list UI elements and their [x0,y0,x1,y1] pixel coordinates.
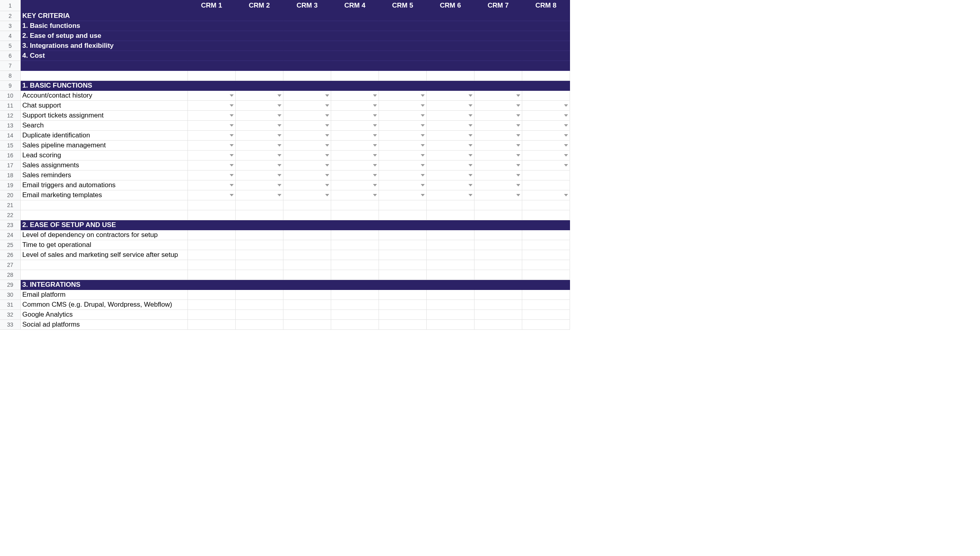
cell[interactable] [522,11,570,21]
data-cell[interactable] [236,111,283,121]
cell[interactable] [331,71,379,81]
data-cell[interactable] [236,121,283,131]
data-cell[interactable] [427,320,474,330]
dropdown-icon[interactable] [325,154,329,157]
data-cell[interactable] [283,190,331,200]
data-cell[interactable] [427,170,474,180]
cell[interactable] [379,280,427,290]
data-cell[interactable] [427,161,474,170]
dropdown-icon[interactable] [230,124,234,127]
criteria-row-label[interactable]: Sales pipeline management [21,141,188,151]
data-cell[interactable] [236,170,283,180]
data-cell[interactable] [474,250,522,260]
data-cell[interactable] [474,101,522,111]
row-number[interactable]: 3 [0,21,21,31]
data-cell[interactable] [188,141,236,151]
dropdown-icon[interactable] [277,154,281,157]
data-cell[interactable] [522,111,570,121]
data-cell[interactable] [188,300,236,310]
dropdown-icon[interactable] [421,124,425,127]
column-header[interactable]: CRM 3 [283,0,331,11]
data-cell[interactable] [331,91,379,101]
dropdown-icon[interactable] [469,174,472,176]
dropdown-icon[interactable] [421,174,425,176]
dropdown-icon[interactable] [277,144,281,147]
data-cell[interactable] [236,141,283,151]
data-cell[interactable] [283,170,331,180]
data-cell[interactable] [474,161,522,170]
data-cell[interactable] [331,310,379,320]
data-cell[interactable] [522,91,570,101]
data-cell[interactable] [236,180,283,190]
data-cell[interactable] [427,111,474,121]
cell[interactable] [188,31,236,41]
dropdown-icon[interactable] [469,94,472,97]
data-cell[interactable] [379,161,427,170]
row-number[interactable]: 4 [0,31,21,41]
dropdown-icon[interactable] [516,124,520,127]
cell[interactable] [522,51,570,61]
cell[interactable] [427,71,474,81]
data-cell[interactable] [188,170,236,180]
data-cell[interactable] [427,300,474,310]
data-cell[interactable] [331,141,379,151]
data-cell[interactable] [236,161,283,170]
data-cell[interactable] [522,310,570,320]
data-cell[interactable] [236,250,283,260]
dropdown-icon[interactable] [469,164,472,166]
dropdown-icon[interactable] [469,144,472,147]
dropdown-icon[interactable] [325,124,329,127]
data-cell[interactable] [522,131,570,141]
criteria-row-label[interactable]: Chat support [21,101,188,111]
row-number[interactable]: 13 [0,121,21,131]
data-cell[interactable] [236,240,283,250]
cell[interactable] [236,21,283,31]
cell[interactable] [474,21,522,31]
data-cell[interactable] [474,310,522,320]
cell[interactable] [331,210,379,220]
data-cell[interactable] [474,111,522,121]
row-number[interactable]: 25 [0,240,21,250]
cell[interactable] [427,21,474,31]
data-cell[interactable] [522,101,570,111]
criteria-row-label[interactable]: Sales reminders [21,170,188,180]
cell[interactable] [331,200,379,210]
row-number[interactable]: 9 [0,81,21,91]
data-cell[interactable] [427,310,474,320]
cell[interactable] [236,41,283,51]
dropdown-icon[interactable] [230,134,234,137]
dropdown-icon[interactable] [373,104,377,107]
cell[interactable] [236,61,283,71]
cell[interactable] [331,270,379,280]
data-cell[interactable] [379,121,427,131]
cell[interactable] [331,61,379,71]
data-cell[interactable] [474,131,522,141]
row-number[interactable]: 22 [0,210,21,220]
cell[interactable] [474,210,522,220]
data-cell[interactable] [474,300,522,310]
data-cell[interactable] [427,141,474,151]
criteria-row-label[interactable]: Common CMS (e.g. Drupal, Wordpress, Webf… [21,300,188,310]
column-header[interactable]: CRM 5 [379,0,427,11]
cell[interactable] [283,21,331,31]
cell[interactable] [188,61,236,71]
data-cell[interactable] [474,151,522,161]
cell[interactable] [427,31,474,41]
dropdown-icon[interactable] [230,144,234,147]
data-cell[interactable] [188,250,236,260]
cell[interactable] [236,220,283,230]
data-cell[interactable] [474,180,522,190]
data-cell[interactable] [522,151,570,161]
data-cell[interactable] [379,111,427,121]
data-cell[interactable] [188,101,236,111]
data-cell[interactable] [188,151,236,161]
cell[interactable] [331,51,379,61]
dropdown-icon[interactable] [373,164,377,166]
data-cell[interactable] [283,290,331,300]
cell[interactable] [188,260,236,270]
cell[interactable] [427,61,474,71]
cell[interactable] [331,260,379,270]
cell[interactable] [379,11,427,21]
row-number[interactable]: 16 [0,151,21,161]
criteria-row-label[interactable]: Sales assignments [21,161,188,170]
